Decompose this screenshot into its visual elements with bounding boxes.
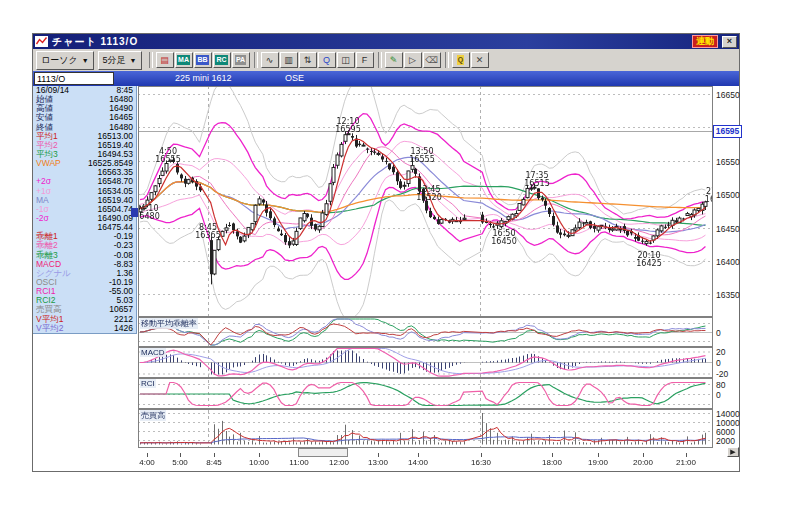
- price-axis-label: 16650: [716, 90, 740, 100]
- cursor-icon: ▷: [409, 55, 416, 65]
- line-chart-icon[interactable]: ∿: [261, 52, 279, 68]
- linked-toggle[interactable]: 連動: [692, 35, 718, 48]
- ma-icon: MA: [177, 55, 190, 65]
- panel-title: RCI: [140, 379, 156, 388]
- eraser-icon: ⌫: [425, 55, 438, 65]
- time-axis-label: 5:00: [164, 458, 196, 467]
- toolbar: ローソク ▼ 5分足 ▼ ▤MABBRCPA∿▥⇅Q◫F✎▷⌫Q✕: [33, 49, 739, 72]
- instrument-name: 225 mini 1612: [175, 73, 232, 83]
- chart-type-dropdown[interactable]: ローソク ▼: [36, 51, 94, 70]
- time-axis-label: 10:00: [243, 458, 275, 467]
- price-axis-label: 16350: [716, 290, 740, 300]
- toolbar-separator: [445, 52, 449, 68]
- pattern-search-icon[interactable]: ◫: [337, 52, 355, 68]
- price-axis-label: 16450: [716, 224, 740, 234]
- toolbar-icons: ▤MABBRCPA∿▥⇅Q◫F✎▷⌫Q✕: [156, 52, 490, 68]
- zoom-search-icon[interactable]: Q: [318, 52, 336, 68]
- time-axis-label: 11:00: [283, 458, 315, 467]
- price-marker: [131, 208, 138, 217]
- quote-row: V平均21426: [33, 324, 136, 333]
- bar-chart-icon[interactable]: ▥: [280, 52, 298, 68]
- sub-axis-label: 0: [716, 358, 721, 368]
- scrollbar-thumb[interactable]: [298, 448, 348, 457]
- time-axis-label: 13:00: [362, 458, 394, 467]
- highlight-zoom-icon: Q: [457, 55, 464, 65]
- sub-axis-label: 0: [716, 328, 721, 338]
- zoom-search-icon: Q: [323, 55, 330, 65]
- time-tick: [147, 453, 148, 457]
- sub-axis-label: 0: [716, 390, 721, 400]
- fibonacci-icon: F: [362, 55, 368, 65]
- price-axis-label: 16400: [716, 257, 740, 267]
- price-axis-label: 16500: [716, 190, 740, 200]
- time-axis-label: 4:00: [131, 458, 163, 467]
- rci-icon[interactable]: RC: [213, 52, 231, 68]
- compare-chart-icon[interactable]: ⇅: [299, 52, 317, 68]
- clear-marks-icon[interactable]: ✕: [471, 52, 489, 68]
- close-button[interactable]: ×: [722, 36, 737, 48]
- bb-icon: BB: [196, 55, 208, 65]
- quote-label: VWAP: [36, 159, 61, 168]
- clear-marks-icon: ✕: [476, 55, 484, 65]
- time-axis-label: 16:30: [465, 458, 497, 467]
- app-icon: [35, 36, 48, 47]
- bar-chart-icon: ▥: [284, 55, 293, 65]
- timeframe-dropdown[interactable]: 5分足 ▼: [98, 51, 142, 70]
- time-tick: [598, 453, 599, 457]
- exchange-label: OSE: [285, 73, 304, 83]
- time-axis-label: 8:45: [198, 458, 230, 467]
- symbol-input[interactable]: [34, 72, 114, 85]
- price-axis-label: 16550: [716, 157, 740, 167]
- sub-axis-label: 80: [716, 380, 725, 390]
- panel-title: 売買高: [140, 410, 166, 421]
- draw-pencil-icon: ✎: [390, 55, 398, 65]
- ma-icon[interactable]: MA: [175, 52, 193, 68]
- time-tick: [378, 453, 379, 457]
- line-chart-icon: ∿: [266, 55, 274, 65]
- chevron-down-icon: ▼: [82, 57, 89, 64]
- time-axis-label: 21:00: [670, 458, 702, 467]
- quote-label: -2σ: [36, 214, 49, 223]
- chevron-down-icon: ▼: [130, 57, 137, 64]
- time-tick: [686, 453, 687, 457]
- sub-axis-label: 20: [716, 347, 725, 357]
- time-tick: [259, 453, 260, 457]
- chart-canvas[interactable]: [138, 86, 713, 448]
- instrument-bar: 225 mini 1612 OSE: [33, 71, 739, 86]
- quote-label: V平均2: [36, 324, 63, 333]
- timeframe-label: 5分足: [103, 54, 126, 67]
- time-tick: [418, 453, 419, 457]
- toolbar-separator: [149, 52, 153, 68]
- time-axis-label: 19:00: [582, 458, 614, 467]
- time-axis-label: 18:00: [536, 458, 568, 467]
- fibonacci-icon[interactable]: F: [356, 52, 374, 68]
- time-axis-label: 20:00: [627, 458, 659, 467]
- panel-title: 移動平均乖離率: [140, 318, 198, 329]
- scroll-right-button[interactable]: ▶: [727, 447, 739, 457]
- pa-icon: PA: [235, 55, 246, 65]
- cursor-icon[interactable]: ▷: [404, 52, 422, 68]
- window-title: チャート 1113/O: [52, 35, 138, 49]
- bb-icon[interactable]: BB: [194, 52, 212, 68]
- quote-value: 1426: [114, 324, 133, 333]
- eraser-icon[interactable]: ⌫: [423, 52, 441, 68]
- toolbar-separator: [378, 52, 382, 68]
- sub-axis-label: 2000: [716, 436, 735, 446]
- pa-icon[interactable]: PA: [232, 52, 250, 68]
- compare-chart-icon: ⇅: [304, 55, 312, 65]
- toolbar-separator: [254, 52, 258, 68]
- chart-type-label: ローソク: [41, 54, 78, 67]
- draw-pencil-icon[interactable]: ✎: [385, 52, 403, 68]
- pattern-search-icon: ◫: [341, 55, 350, 65]
- multi-indicator-icon: ▤: [160, 55, 169, 65]
- time-tick: [180, 453, 181, 457]
- multi-indicator-icon[interactable]: ▤: [156, 52, 174, 68]
- time-axis-label: 14:00: [402, 458, 434, 467]
- quote-panel: 16/09/148:45始値16480高値16490安値16465終値16480…: [33, 86, 137, 334]
- panel-title: MACD: [140, 348, 166, 357]
- time-axis-label: 12:00: [323, 458, 355, 467]
- app-window: チャート 1113/O 連動 × ローソク ▼ 5分足 ▼ ▤MABBRCPA∿…: [32, 33, 740, 472]
- current-price-box: 16595: [713, 125, 742, 138]
- highlight-zoom-icon[interactable]: Q: [452, 52, 470, 68]
- time-tick: [552, 453, 553, 457]
